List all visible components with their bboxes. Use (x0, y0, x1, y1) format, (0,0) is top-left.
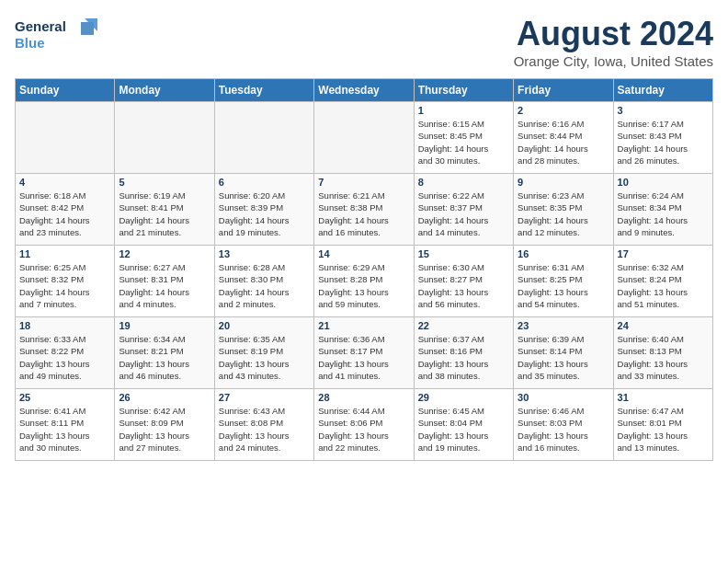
calendar-cell (115, 102, 214, 174)
day-info: Sunrise: 6:19 AMSunset: 8:41 PMDaylight:… (119, 190, 210, 238)
day-number: 31 (618, 392, 709, 403)
day-info: Sunrise: 6:23 AMSunset: 8:35 PMDaylight:… (518, 190, 609, 238)
calendar-cell: 1Sunrise: 6:15 AMSunset: 8:45 PMDaylight… (414, 102, 513, 174)
day-number: 1 (418, 105, 509, 116)
calendar-cell: 11Sunrise: 6:25 AMSunset: 8:32 PMDayligh… (16, 246, 115, 317)
calendar-cell (314, 102, 414, 174)
day-number: 3 (618, 105, 709, 116)
week-row-4: 25Sunrise: 6:41 AMSunset: 8:11 PMDayligh… (16, 389, 713, 461)
day-info: Sunrise: 6:40 AMSunset: 8:13 PMDaylight:… (618, 333, 709, 382)
day-number: 20 (219, 320, 310, 331)
calendar-cell: 17Sunrise: 6:32 AMSunset: 8:24 PMDayligh… (613, 246, 712, 317)
calendar-header: SundayMondayTuesdayWednesdayThursdayFrid… (16, 79, 713, 102)
calendar-cell: 27Sunrise: 6:43 AMSunset: 8:08 PMDayligh… (214, 389, 313, 461)
day-number: 6 (219, 177, 310, 188)
day-number: 15 (418, 248, 509, 259)
week-row-2: 11Sunrise: 6:25 AMSunset: 8:32 PMDayligh… (16, 246, 713, 317)
day-info: Sunrise: 6:34 AMSunset: 8:21 PMDaylight:… (119, 333, 210, 382)
day-info: Sunrise: 6:45 AMSunset: 8:04 PMDaylight:… (418, 405, 509, 454)
calendar-body: 1Sunrise: 6:15 AMSunset: 8:45 PMDaylight… (16, 102, 713, 461)
day-info: Sunrise: 6:36 AMSunset: 8:17 PMDaylight:… (318, 333, 409, 382)
calendar-cell: 29Sunrise: 6:45 AMSunset: 8:04 PMDayligh… (414, 389, 513, 461)
day-number: 2 (518, 105, 609, 116)
day-number: 17 (618, 248, 709, 259)
calendar-cell: 21Sunrise: 6:36 AMSunset: 8:17 PMDayligh… (314, 317, 414, 389)
day-number: 10 (618, 177, 709, 188)
calendar-cell: 4Sunrise: 6:18 AMSunset: 8:42 PMDaylight… (16, 174, 115, 246)
day-header-friday: Friday (514, 79, 613, 102)
day-info: Sunrise: 6:32 AMSunset: 8:24 PMDaylight:… (618, 261, 709, 310)
day-info: Sunrise: 6:15 AMSunset: 8:45 PMDaylight:… (418, 118, 509, 167)
day-info: Sunrise: 6:35 AMSunset: 8:19 PMDaylight:… (219, 333, 310, 382)
header: General Blue August 2024 Orange City, Io… (15, 15, 713, 69)
calendar-cell: 10Sunrise: 6:24 AMSunset: 8:34 PMDayligh… (613, 174, 712, 246)
logo-text: General Blue (15, 15, 97, 59)
calendar-cell: 19Sunrise: 6:34 AMSunset: 8:21 PMDayligh… (115, 317, 214, 389)
day-number: 29 (418, 392, 509, 403)
day-info: Sunrise: 6:21 AMSunset: 8:38 PMDaylight:… (318, 190, 409, 238)
day-number: 11 (19, 248, 110, 259)
title-area: August 2024 Orange City, Iowa, United St… (514, 15, 713, 69)
calendar-cell: 18Sunrise: 6:33 AMSunset: 8:22 PMDayligh… (16, 317, 115, 389)
calendar-cell: 3Sunrise: 6:17 AMSunset: 8:43 PMDaylight… (613, 102, 712, 174)
calendar-cell: 30Sunrise: 6:46 AMSunset: 8:03 PMDayligh… (514, 389, 613, 461)
day-info: Sunrise: 6:33 AMSunset: 8:22 PMDaylight:… (19, 333, 110, 382)
day-number: 27 (219, 392, 310, 403)
calendar-cell: 6Sunrise: 6:20 AMSunset: 8:39 PMDaylight… (214, 174, 313, 246)
calendar-cell: 9Sunrise: 6:23 AMSunset: 8:35 PMDaylight… (514, 174, 613, 246)
day-info: Sunrise: 6:39 AMSunset: 8:14 PMDaylight:… (518, 333, 609, 382)
calendar-cell: 20Sunrise: 6:35 AMSunset: 8:19 PMDayligh… (214, 317, 313, 389)
day-number: 28 (318, 392, 409, 403)
day-info: Sunrise: 6:17 AMSunset: 8:43 PMDaylight:… (618, 118, 709, 167)
day-number: 18 (19, 320, 110, 331)
day-number: 4 (19, 177, 110, 188)
calendar-cell (16, 102, 115, 174)
day-header-saturday: Saturday (613, 79, 712, 102)
day-info: Sunrise: 6:31 AMSunset: 8:25 PMDaylight:… (518, 261, 609, 310)
day-header-wednesday: Wednesday (314, 79, 414, 102)
logo: General Blue (15, 15, 97, 59)
month-title: August 2024 (514, 15, 713, 53)
day-info: Sunrise: 6:43 AMSunset: 8:08 PMDaylight:… (219, 405, 310, 454)
calendar-cell (214, 102, 313, 174)
day-number: 19 (119, 320, 210, 331)
day-info: Sunrise: 6:41 AMSunset: 8:11 PMDaylight:… (19, 405, 110, 454)
calendar: SundayMondayTuesdayWednesdayThursdayFrid… (15, 78, 713, 461)
week-row-1: 4Sunrise: 6:18 AMSunset: 8:42 PMDaylight… (16, 174, 713, 246)
day-info: Sunrise: 6:25 AMSunset: 8:32 PMDaylight:… (19, 261, 110, 310)
day-number: 22 (418, 320, 509, 331)
day-header-sunday: Sunday (16, 79, 115, 102)
day-info: Sunrise: 6:16 AMSunset: 8:44 PMDaylight:… (518, 118, 609, 167)
day-header-tuesday: Tuesday (214, 79, 313, 102)
calendar-cell: 14Sunrise: 6:29 AMSunset: 8:28 PMDayligh… (314, 246, 414, 317)
day-info: Sunrise: 6:47 AMSunset: 8:01 PMDaylight:… (618, 405, 709, 454)
day-info: Sunrise: 6:46 AMSunset: 8:03 PMDaylight:… (518, 405, 609, 454)
svg-text:General: General (15, 18, 66, 34)
calendar-cell: 7Sunrise: 6:21 AMSunset: 8:38 PMDaylight… (314, 174, 414, 246)
day-number: 14 (318, 248, 409, 259)
day-info: Sunrise: 6:44 AMSunset: 8:06 PMDaylight:… (318, 405, 409, 454)
day-number: 25 (19, 392, 110, 403)
day-number: 16 (518, 248, 609, 259)
day-number: 24 (618, 320, 709, 331)
calendar-cell: 26Sunrise: 6:42 AMSunset: 8:09 PMDayligh… (115, 389, 214, 461)
day-number: 8 (418, 177, 509, 188)
day-number: 26 (119, 392, 210, 403)
calendar-cell: 8Sunrise: 6:22 AMSunset: 8:37 PMDaylight… (414, 174, 513, 246)
page: General Blue August 2024 Orange City, Io… (0, 0, 728, 563)
calendar-cell: 23Sunrise: 6:39 AMSunset: 8:14 PMDayligh… (514, 317, 613, 389)
day-info: Sunrise: 6:30 AMSunset: 8:27 PMDaylight:… (418, 261, 509, 310)
day-info: Sunrise: 6:27 AMSunset: 8:31 PMDaylight:… (119, 261, 210, 310)
calendar-cell: 31Sunrise: 6:47 AMSunset: 8:01 PMDayligh… (613, 389, 712, 461)
day-info: Sunrise: 6:22 AMSunset: 8:37 PMDaylight:… (418, 190, 509, 238)
day-info: Sunrise: 6:24 AMSunset: 8:34 PMDaylight:… (618, 190, 709, 238)
calendar-cell: 22Sunrise: 6:37 AMSunset: 8:16 PMDayligh… (414, 317, 513, 389)
day-info: Sunrise: 6:20 AMSunset: 8:39 PMDaylight:… (219, 190, 310, 238)
calendar-cell: 25Sunrise: 6:41 AMSunset: 8:11 PMDayligh… (16, 389, 115, 461)
day-number: 7 (318, 177, 409, 188)
calendar-cell: 13Sunrise: 6:28 AMSunset: 8:30 PMDayligh… (214, 246, 313, 317)
day-header-monday: Monday (115, 79, 214, 102)
calendar-cell: 15Sunrise: 6:30 AMSunset: 8:27 PMDayligh… (414, 246, 513, 317)
svg-text:Blue: Blue (15, 35, 45, 51)
day-info: Sunrise: 6:29 AMSunset: 8:28 PMDaylight:… (318, 261, 409, 310)
